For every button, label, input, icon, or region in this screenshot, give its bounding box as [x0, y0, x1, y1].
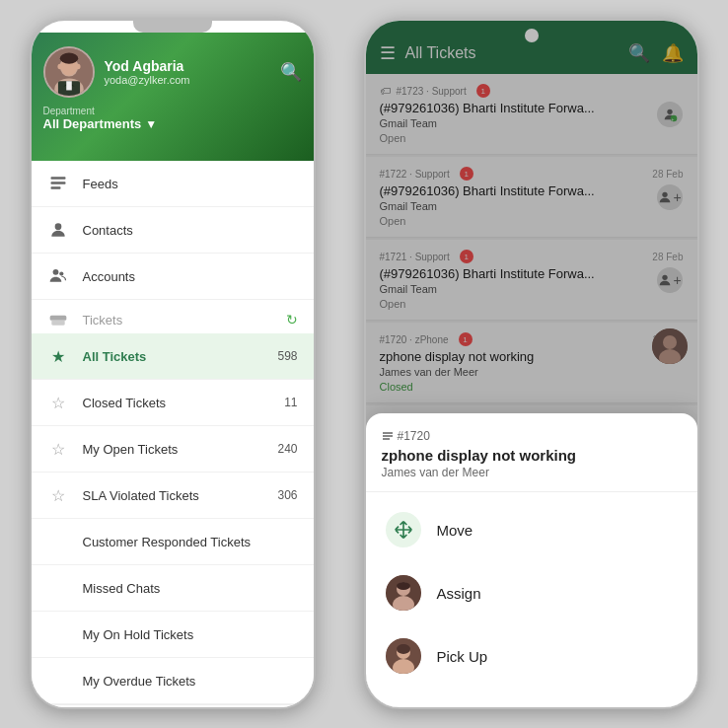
dept-value-text: All Departments [43, 116, 142, 131]
sidebar-item-label-contacts: Contacts [83, 223, 298, 238]
context-menu: #1720 zphone display not working James v… [366, 413, 697, 707]
dept-value: All Departments ▼ [43, 116, 302, 131]
svg-rect-25 [383, 438, 390, 440]
phone-notch-left [133, 21, 212, 33]
move-label: Move [437, 522, 473, 539]
tickets-section: Tickets ↻ [32, 300, 314, 333]
pickup-label: Pick Up [437, 648, 488, 665]
sidebar-item-accounts[interactable]: Accounts [32, 254, 314, 300]
placeholder-icon-2 [47, 577, 69, 599]
svg-point-12 [54, 223, 61, 230]
sidebar-item-label-closed-tickets: Closed Tickets [83, 396, 271, 410]
star-outline-icon-2: ☆ [47, 438, 69, 460]
context-menu-item-pickup[interactable]: Pick Up [366, 624, 697, 688]
svg-rect-24 [383, 435, 393, 437]
closed-tickets-badge: 11 [284, 396, 297, 409]
sidebar-header: Yod Agbaria yoda@zylker.com 🔍 Department… [32, 33, 314, 161]
star-outline-icon: ☆ [47, 392, 69, 413]
sidebar-item-label-sla-violated: SLA Violated Tickets [83, 488, 264, 503]
svg-point-6 [59, 53, 77, 64]
user-name: Yod Agbaria [105, 58, 270, 74]
sidebar-item-label-accounts: Accounts [83, 269, 298, 284]
svg-rect-10 [50, 182, 65, 184]
feeds-icon [47, 173, 69, 194]
sidebar-item-label-on-hold: My On Hold Tickets [83, 627, 298, 642]
search-icon[interactable]: 🔍 [280, 61, 302, 83]
phone-notch-right [525, 29, 539, 42]
context-menu-header: #1720 zphone display not working James v… [366, 429, 697, 492]
svg-point-29 [397, 582, 410, 590]
assign-label: Assign [437, 585, 481, 602]
svg-point-33 [397, 644, 410, 654]
move-icon [386, 512, 421, 547]
sidebar-item-feeds[interactable]: Feeds [32, 161, 314, 207]
svg-point-14 [59, 271, 63, 275]
context-ticket-user: James van der Meer [382, 466, 682, 479]
sidebar-item-label-overdue: My Overdue Tickets [83, 674, 298, 689]
sidebar-item-label-missed-chats: Missed Chats [83, 581, 298, 596]
svg-point-13 [52, 269, 58, 275]
assign-avatar [386, 575, 421, 611]
star-outline-icon-3: ☆ [47, 484, 69, 506]
context-ticket-title: zphone display not working [382, 447, 682, 464]
context-menu-item-assign[interactable]: Assign [366, 561, 697, 624]
refresh-icon[interactable]: ↻ [286, 312, 298, 328]
placeholder-icon-3 [47, 623, 69, 645]
sidebar-item-label-feeds: Feeds [83, 177, 298, 191]
tickets-label: Tickets [83, 313, 272, 328]
placeholder-icon-1 [47, 531, 69, 552]
sidebar-item-all-tickets[interactable]: ★ All Tickets 598 [32, 333, 314, 380]
svg-rect-11 [50, 186, 60, 189]
right-phone: ☰ All Tickets 🔍 🔔 #1723 · Support 1 [364, 19, 699, 709]
svg-rect-23 [383, 432, 393, 434]
sidebar-item-sla-violated[interactable]: ☆ SLA Violated Tickets 306 [32, 473, 314, 519]
sla-violated-badge: 306 [277, 488, 297, 502]
sidebar-item-customer-responded[interactable]: Customer Responded Tickets [32, 519, 314, 565]
chevron-down-icon: ▼ [145, 117, 157, 131]
context-menu-item-move[interactable]: Move [366, 498, 697, 561]
pickup-avatar [386, 638, 421, 674]
svg-rect-4 [66, 81, 72, 90]
placeholder-icon-4 [47, 670, 69, 692]
svg-rect-9 [50, 177, 65, 180]
contacts-icon [47, 219, 69, 241]
dept-label: Department [43, 106, 302, 116]
sidebar-item-missed-chats[interactable]: Missed Chats [32, 565, 314, 612]
svg-point-8 [75, 64, 80, 70]
star-filled-icon: ★ [47, 345, 69, 367]
sidebar-nav: Feeds Contacts Accounts [32, 161, 314, 707]
svg-point-7 [57, 64, 62, 70]
sidebar-item-my-open-tickets[interactable]: ☆ My Open Tickets 240 [32, 426, 314, 473]
user-info: Yod Agbaria yoda@zylker.com [105, 58, 270, 86]
sidebar-item-on-hold[interactable]: My On Hold Tickets [32, 612, 314, 658]
user-email: yoda@zylker.com [105, 74, 270, 86]
context-ticket-id: #1720 [382, 429, 682, 443]
all-tickets-badge: 598 [277, 349, 297, 363]
avatar [43, 46, 95, 98]
sidebar-item-label-my-open-tickets: My Open Tickets [83, 442, 264, 457]
sidebar-item-overdue[interactable]: My Overdue Tickets [32, 658, 314, 704]
left-phone: Yod Agbaria yoda@zylker.com 🔍 Department… [30, 19, 316, 709]
context-ticket-id-text: #1720 [398, 429, 430, 443]
sidebar-item-settings[interactable]: Settings [32, 704, 314, 707]
sidebar-item-label-all-tickets: All Tickets [83, 349, 264, 364]
screen-container: Yod Agbaria yoda@zylker.com 🔍 Department… [0, 0, 728, 728]
accounts-icon [47, 265, 69, 287]
my-open-tickets-badge: 240 [277, 442, 297, 456]
sidebar-item-label-customer-responded: Customer Responded Tickets [83, 535, 298, 549]
sidebar-item-closed-tickets[interactable]: ☆ Closed Tickets 11 [32, 380, 314, 426]
sidebar-item-contacts[interactable]: Contacts [32, 207, 314, 254]
tickets-icon [47, 310, 69, 329]
